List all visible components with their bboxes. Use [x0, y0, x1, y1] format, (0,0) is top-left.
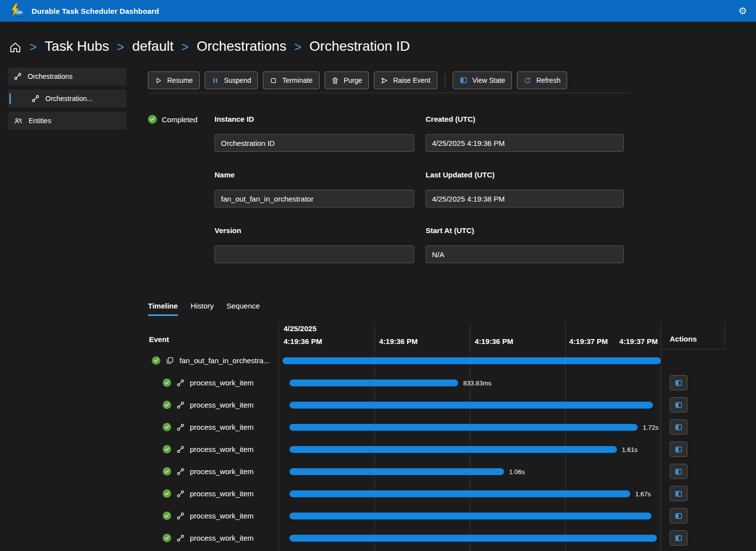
main-content: Resume Suspend Terminate	[148, 68, 756, 551]
event-name: process_work_item	[190, 401, 253, 409]
top-bar: Durable Task Scheduler Dashboard ⚙	[0, 0, 756, 22]
button-label: Raise Event	[393, 76, 430, 84]
name-input[interactable]	[215, 190, 414, 207]
button-label: Resume	[167, 76, 193, 84]
play-icon	[155, 77, 162, 84]
status-badge: Completed	[148, 115, 215, 124]
last-updated-field-group: Last Updated (UTC)	[426, 171, 624, 207]
timeline-bar[interactable]	[289, 490, 630, 497]
actions-column-header: Actions	[661, 322, 725, 349]
timeline-row: process_work_item 1.06s	[148, 549, 725, 551]
view-state-action-button[interactable]	[670, 442, 687, 457]
sidebar-item-orchestrations[interactable]: Orchestrations	[8, 68, 126, 85]
timeline-event-cell: process_work_item	[148, 534, 279, 542]
button-label: Purge	[344, 76, 362, 84]
timeline-event-cell: process_work_item	[148, 489, 279, 498]
home-icon[interactable]	[9, 39, 22, 54]
orchestration-toolbar: Resume Suspend Terminate	[148, 71, 629, 93]
app-title: Durable Task Scheduler Dashboard	[32, 7, 159, 15]
completed-check-icon	[163, 467, 171, 476]
timeline-bar[interactable]	[289, 379, 459, 386]
axis-time: 4:19:36 PM	[284, 337, 322, 345]
refresh-icon	[524, 77, 531, 84]
timeline-event-cell: process_work_item	[148, 379, 279, 387]
completed-check-icon	[163, 423, 171, 431]
axis-time: 4:19:36 PM	[379, 337, 418, 345]
timeline-bar[interactable]	[289, 513, 651, 519]
view-state-action-button[interactable]	[670, 375, 687, 390]
raise-event-button[interactable]: Raise Event	[374, 71, 437, 89]
view-state-action-button[interactable]	[670, 508, 687, 523]
event-name: process_work_item	[190, 467, 253, 476]
tab-sequence[interactable]: Sequence	[226, 302, 260, 316]
timeline-chart-cell	[279, 349, 661, 372]
timeline-event-cell: process_work_item	[148, 467, 279, 476]
timeline-actions-cell	[661, 442, 725, 457]
event-column-header: Event	[148, 322, 279, 349]
sidebar-item-orchestration-detail[interactable]: Orchestration...	[8, 90, 126, 107]
timeline-chart-cell: 1.61s	[279, 438, 661, 460]
timeline-bar[interactable]	[289, 402, 653, 409]
button-label: Suspend	[224, 76, 251, 84]
breadcrumb-orchestrations[interactable]: Orchestrations	[197, 38, 287, 54]
tab-timeline[interactable]: Timeline	[148, 302, 178, 316]
view-state-action-button[interactable]	[670, 397, 687, 413]
last-updated-input[interactable]	[426, 190, 624, 207]
start-at-input[interactable]	[426, 245, 624, 263]
timeline-chart-cell: 833.83ms	[279, 372, 661, 394]
view-state-button[interactable]: View State	[453, 71, 512, 89]
timeline-row: process_work_item 1.61s	[148, 438, 725, 460]
status-text: Completed	[162, 115, 198, 124]
button-label: View State	[472, 76, 505, 84]
instance-id-input[interactable]	[215, 134, 414, 152]
stop-icon	[270, 77, 277, 84]
timeline-actions-cell	[661, 419, 725, 435]
version-field-group: Version	[215, 226, 414, 263]
view-state-action-button[interactable]	[670, 486, 687, 501]
breadcrumb: > Task Hubs > default > Orchestrations >…	[0, 22, 756, 63]
split-view-icon	[675, 468, 683, 476]
timeline-bar[interactable]	[289, 468, 504, 475]
timeline-bar[interactable]	[289, 535, 657, 542]
timeline-bar[interactable]	[289, 446, 617, 453]
activity-link-icon	[177, 468, 184, 476]
terminate-button[interactable]: Terminate	[263, 71, 319, 89]
view-state-action-button[interactable]	[670, 419, 687, 435]
version-input[interactable]	[215, 245, 414, 263]
split-view-icon	[675, 446, 683, 453]
timeline-chart-cell: 1.06s	[279, 549, 661, 551]
tab-history[interactable]: History	[191, 302, 214, 316]
created-input[interactable]	[426, 134, 624, 152]
purge-button[interactable]: Purge	[324, 71, 369, 89]
timeline-bar[interactable]	[283, 357, 661, 364]
sidebar-item-label: Orchestrations	[28, 72, 72, 80]
breadcrumb-separator: >	[181, 38, 189, 54]
orchestration-icon	[166, 356, 174, 365]
event-name: process_work_item	[190, 423, 253, 431]
breadcrumb-task-hubs[interactable]: Task Hubs	[45, 38, 109, 54]
view-state-action-button[interactable]	[670, 464, 687, 479]
pause-icon	[212, 77, 219, 84]
timeline-row: process_work_item 1.67s	[148, 482, 725, 505]
timeline-row: process_work_item 833.83ms	[148, 372, 725, 394]
timeline-header: Event 4/25/2025 4:19:36 PM 4:19:36 PM 4:…	[148, 322, 725, 349]
view-state-action-button[interactable]	[670, 530, 687, 546]
gear-icon[interactable]: ⚙	[738, 6, 747, 16]
breadcrumb-default[interactable]: default	[132, 38, 174, 54]
last-updated-label: Last Updated (UTC)	[426, 171, 624, 179]
suspend-button[interactable]: Suspend	[205, 71, 258, 89]
refresh-button[interactable]: Refresh	[517, 71, 567, 89]
timeline-bar[interactable]	[289, 424, 638, 431]
instance-id-field-group: Instance ID	[215, 115, 414, 152]
split-view-icon	[675, 401, 683, 409]
details-form: Instance ID Created (UTC) Name Last Upda…	[215, 115, 624, 282]
resume-button[interactable]: Resume	[148, 71, 200, 89]
page-layout: Orchestrations Orchestration... Entities	[0, 68, 756, 551]
event-name: fan_out_fan_in_orchestra...	[180, 356, 270, 365]
sidebar-item-entities[interactable]: Entities	[8, 112, 126, 130]
activity-link-icon	[177, 534, 184, 542]
event-name: process_work_item	[190, 379, 253, 387]
activity-link-icon	[177, 446, 184, 453]
axis-tick: 4:19:37 PM	[569, 337, 608, 345]
link-icon	[14, 72, 22, 80]
